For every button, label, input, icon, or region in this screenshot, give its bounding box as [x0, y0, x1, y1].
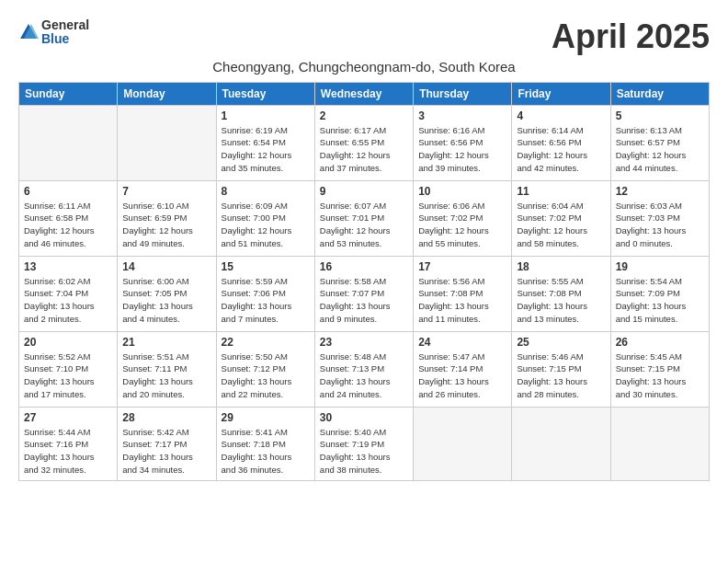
day-info: Sunrise: 5:50 AM Sunset: 7:12 PM Dayligh… [222, 350, 310, 401]
day-number: 28 [122, 411, 210, 424]
calendar-cell: 10Sunrise: 6:06 AM Sunset: 7:02 PM Dayli… [414, 180, 512, 256]
day-number: 2 [320, 109, 408, 122]
day-number: 29 [222, 411, 310, 424]
day-info: Sunrise: 6:13 AM Sunset: 6:57 PM Dayligh… [616, 124, 704, 175]
calendar-cell: 27Sunrise: 5:44 AM Sunset: 7:16 PM Dayli… [19, 407, 118, 480]
day-info: Sunrise: 5:42 AM Sunset: 7:17 PM Dayligh… [122, 426, 210, 477]
logo-icon [18, 22, 39, 42]
calendar-cell: 26Sunrise: 5:45 AM Sunset: 7:15 PM Dayli… [610, 331, 709, 407]
weekday-wednesday: Wednesday [314, 82, 413, 105]
calendar-cell: 11Sunrise: 6:04 AM Sunset: 7:02 PM Dayli… [512, 180, 610, 256]
day-info: Sunrise: 5:58 AM Sunset: 7:07 PM Dayligh… [320, 275, 408, 326]
week-row-4: 20Sunrise: 5:52 AM Sunset: 7:10 PM Dayli… [19, 331, 710, 407]
calendar-body: 1Sunrise: 6:19 AM Sunset: 6:54 PM Daylig… [19, 105, 710, 480]
calendar-cell: 13Sunrise: 6:02 AM Sunset: 7:04 PM Dayli… [19, 256, 118, 331]
day-number: 11 [517, 185, 605, 198]
calendar-cell [610, 407, 709, 480]
day-number: 15 [222, 260, 310, 273]
weekday-sunday: Sunday [19, 82, 118, 105]
week-row-1: 1Sunrise: 6:19 AM Sunset: 6:54 PM Daylig… [19, 105, 710, 180]
logo-blue: Blue [41, 32, 89, 46]
calendar-cell: 18Sunrise: 5:55 AM Sunset: 7:08 PM Dayli… [512, 256, 610, 331]
calendar-cell: 5Sunrise: 6:13 AM Sunset: 6:57 PM Daylig… [610, 105, 709, 180]
calendar-cell: 3Sunrise: 6:16 AM Sunset: 6:56 PM Daylig… [414, 105, 512, 180]
calendar-cell: 25Sunrise: 5:46 AM Sunset: 7:15 PM Dayli… [512, 331, 610, 407]
day-info: Sunrise: 6:17 AM Sunset: 6:55 PM Dayligh… [320, 124, 408, 175]
day-number: 26 [616, 336, 704, 349]
logo: General Blue [18, 18, 89, 47]
day-number: 17 [418, 260, 506, 273]
day-info: Sunrise: 6:14 AM Sunset: 6:56 PM Dayligh… [517, 124, 605, 175]
calendar-cell: 22Sunrise: 5:50 AM Sunset: 7:12 PM Dayli… [216, 331, 314, 407]
month-title: April 2025 [552, 18, 710, 55]
day-number: 20 [24, 336, 112, 349]
calendar-cell: 15Sunrise: 5:59 AM Sunset: 7:06 PM Dayli… [216, 256, 314, 331]
header: General Blue April 2025 [18, 18, 710, 55]
day-info: Sunrise: 6:02 AM Sunset: 7:04 PM Dayligh… [24, 275, 112, 326]
day-info: Sunrise: 6:09 AM Sunset: 7:00 PM Dayligh… [222, 200, 310, 250]
calendar-cell: 28Sunrise: 5:42 AM Sunset: 7:17 PM Dayli… [118, 407, 216, 480]
day-info: Sunrise: 5:51 AM Sunset: 7:11 PM Dayligh… [122, 350, 210, 401]
calendar: SundayMondayTuesdayWednesdayThursdayFrid… [18, 82, 710, 481]
week-row-5: 27Sunrise: 5:44 AM Sunset: 7:16 PM Dayli… [19, 407, 710, 480]
weekday-friday: Friday [512, 82, 610, 105]
day-info: Sunrise: 6:07 AM Sunset: 7:01 PM Dayligh… [320, 200, 408, 250]
day-info: Sunrise: 5:52 AM Sunset: 7:10 PM Dayligh… [24, 350, 112, 401]
day-info: Sunrise: 6:19 AM Sunset: 6:54 PM Dayligh… [222, 124, 310, 175]
day-number: 19 [616, 260, 704, 273]
calendar-cell: 14Sunrise: 6:00 AM Sunset: 7:05 PM Dayli… [118, 256, 216, 331]
calendar-cell: 24Sunrise: 5:47 AM Sunset: 7:14 PM Dayli… [414, 331, 512, 407]
logo-text: General Blue [41, 18, 89, 47]
day-number: 13 [24, 260, 112, 273]
weekday-monday: Monday [118, 82, 216, 105]
calendar-cell: 30Sunrise: 5:40 AM Sunset: 7:19 PM Dayli… [314, 407, 413, 480]
week-row-3: 13Sunrise: 6:02 AM Sunset: 7:04 PM Dayli… [19, 256, 710, 331]
page: General Blue April 2025 Cheongyang, Chun… [0, 0, 728, 490]
day-number: 21 [122, 336, 210, 349]
day-info: Sunrise: 5:59 AM Sunset: 7:06 PM Dayligh… [222, 275, 310, 326]
title-block: April 2025 [552, 18, 710, 55]
day-info: Sunrise: 5:56 AM Sunset: 7:08 PM Dayligh… [418, 275, 506, 326]
calendar-cell [414, 407, 512, 480]
calendar-cell [19, 105, 118, 180]
day-number: 12 [616, 185, 704, 198]
logo-general: General [41, 18, 89, 32]
day-info: Sunrise: 5:47 AM Sunset: 7:14 PM Dayligh… [418, 350, 506, 401]
calendar-cell: 2Sunrise: 6:17 AM Sunset: 6:55 PM Daylig… [314, 105, 413, 180]
day-number: 3 [418, 109, 506, 122]
calendar-cell: 4Sunrise: 6:14 AM Sunset: 6:56 PM Daylig… [512, 105, 610, 180]
day-number: 16 [320, 260, 408, 273]
calendar-cell: 17Sunrise: 5:56 AM Sunset: 7:08 PM Dayli… [414, 256, 512, 331]
calendar-cell: 1Sunrise: 6:19 AM Sunset: 6:54 PM Daylig… [216, 105, 314, 180]
calendar-cell: 7Sunrise: 6:10 AM Sunset: 6:59 PM Daylig… [118, 180, 216, 256]
day-info: Sunrise: 6:11 AM Sunset: 6:58 PM Dayligh… [24, 200, 112, 250]
day-info: Sunrise: 5:40 AM Sunset: 7:19 PM Dayligh… [320, 426, 408, 477]
day-info: Sunrise: 6:16 AM Sunset: 6:56 PM Dayligh… [418, 124, 506, 175]
calendar-cell: 29Sunrise: 5:41 AM Sunset: 7:18 PM Dayli… [216, 407, 314, 480]
day-info: Sunrise: 5:46 AM Sunset: 7:15 PM Dayligh… [517, 350, 605, 401]
day-info: Sunrise: 5:54 AM Sunset: 7:09 PM Dayligh… [616, 275, 704, 326]
day-info: Sunrise: 5:45 AM Sunset: 7:15 PM Dayligh… [616, 350, 704, 401]
calendar-cell: 23Sunrise: 5:48 AM Sunset: 7:13 PM Dayli… [314, 331, 413, 407]
day-number: 6 [24, 185, 112, 198]
location: Cheongyang, Chungcheongnam-do, South Kor… [18, 59, 710, 75]
day-number: 10 [418, 185, 506, 198]
day-info: Sunrise: 6:04 AM Sunset: 7:02 PM Dayligh… [517, 200, 605, 250]
weekday-saturday: Saturday [610, 82, 709, 105]
day-number: 18 [517, 260, 605, 273]
day-number: 30 [320, 411, 408, 424]
day-number: 24 [418, 336, 506, 349]
day-number: 5 [616, 109, 704, 122]
day-number: 22 [222, 336, 310, 349]
weekday-tuesday: Tuesday [216, 82, 314, 105]
day-info: Sunrise: 5:48 AM Sunset: 7:13 PM Dayligh… [320, 350, 408, 401]
day-number: 14 [122, 260, 210, 273]
day-number: 4 [517, 109, 605, 122]
day-number: 23 [320, 336, 408, 349]
day-number: 9 [320, 185, 408, 198]
day-number: 25 [517, 336, 605, 349]
weekday-thursday: Thursday [414, 82, 512, 105]
day-info: Sunrise: 6:03 AM Sunset: 7:03 PM Dayligh… [616, 200, 704, 250]
day-info: Sunrise: 6:06 AM Sunset: 7:02 PM Dayligh… [418, 200, 506, 250]
calendar-cell: 20Sunrise: 5:52 AM Sunset: 7:10 PM Dayli… [19, 331, 118, 407]
